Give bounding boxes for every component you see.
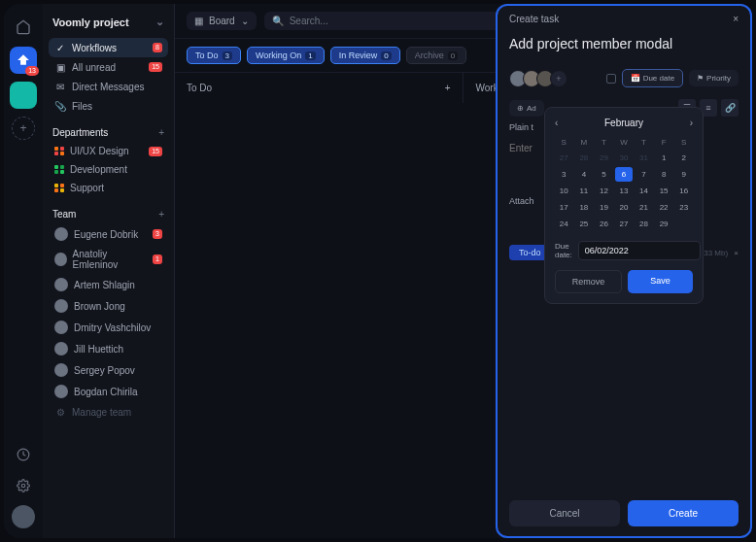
sidebar-unread[interactable]: ▣All unread15 (49, 57, 168, 77)
calendar-day[interactable]: 13 (615, 184, 634, 198)
team-member[interactable]: Brown Jong (49, 295, 168, 317)
calendar-day[interactable]: 26 (595, 217, 613, 231)
department-item[interactable]: Support (49, 179, 168, 197)
close-upload-icon[interactable]: × (734, 249, 739, 257)
file-icon: 📎 (54, 100, 66, 112)
calendar-day[interactable]: 18 (575, 200, 594, 215)
calendar-day[interactable]: 14 (635, 184, 653, 198)
calendar-day[interactable]: 1 (655, 151, 673, 165)
calendar-day[interactable]: 3 (555, 167, 573, 182)
avatar (54, 227, 68, 241)
home-icon[interactable] (12, 16, 35, 39)
workspace-app-1[interactable]: 13 (10, 47, 37, 74)
team-header: Team+ (49, 197, 168, 223)
calendar-day[interactable]: 11 (575, 184, 594, 198)
remove-date-button[interactable]: Remove (555, 270, 622, 293)
team-member[interactable]: Artem Shlagin (49, 274, 168, 295)
dow-label: S (555, 136, 573, 149)
sidebar-dm[interactable]: ✉Direct Messages (49, 77, 168, 96)
link-icon[interactable]: 🔗 (721, 99, 739, 117)
due-date-label: Due date: (555, 242, 572, 259)
calendar-day[interactable]: 10 (555, 184, 573, 198)
dow-label: F (655, 136, 673, 149)
department-item[interactable]: UI/UX Design15 (49, 142, 168, 160)
calendar-day[interactable]: 29 (595, 151, 613, 165)
due-date-checkbox[interactable] (606, 74, 616, 84)
calendar-day[interactable]: 24 (555, 217, 573, 231)
team-member[interactable]: Anatoliy Emleninov1 (49, 245, 168, 274)
filter-chip[interactable]: Archive0 (406, 47, 466, 64)
create-task-panel: Create task× Add project member modal + … (496, 4, 752, 538)
view-selector[interactable]: ▦Board⌄ (187, 12, 257, 30)
team-member[interactable]: Jill Huettich (49, 338, 168, 359)
column-header-todo: To Do+ (175, 73, 463, 103)
user-avatar[interactable] (12, 505, 35, 528)
avatar (54, 363, 68, 377)
calendar-day[interactable]: 28 (635, 217, 653, 231)
clock-icon[interactable] (12, 443, 35, 466)
prev-month-button[interactable]: ‹ (555, 118, 558, 128)
save-date-button[interactable]: Save (628, 270, 693, 293)
dept-icon (54, 165, 64, 175)
team-member[interactable]: Eugene Dobrik3 (49, 223, 168, 245)
task-title-input[interactable]: Add project member modal (498, 32, 750, 63)
due-date-button[interactable]: 📅Due date (622, 69, 683, 87)
team-member[interactable]: Dmitry Vashchilov (49, 317, 168, 338)
priority-button[interactable]: ⚑Priority (689, 70, 739, 86)
calendar-day[interactable]: 21 (635, 200, 653, 215)
cancel-button[interactable]: Cancel (509, 500, 620, 526)
sidebar-files[interactable]: 📎Files (49, 96, 168, 116)
add-workspace-button[interactable]: + (12, 117, 35, 140)
assignees: + (509, 70, 567, 87)
due-date-input[interactable] (578, 241, 701, 260)
calendar-day[interactable]: 5 (595, 167, 613, 182)
team-member[interactable]: Sergey Popov (49, 359, 168, 381)
filter-chip[interactable]: Working On1 (247, 47, 325, 64)
team-member[interactable]: Bogdan Chirila (49, 381, 168, 402)
check-icon: ✓ (54, 42, 66, 53)
settings-icon[interactable] (12, 474, 35, 497)
add-card-button[interactable]: + (445, 83, 451, 93)
calendar-day[interactable]: 15 (655, 184, 673, 198)
next-month-button[interactable]: › (690, 118, 693, 128)
add-assignee-button[interactable]: + (550, 70, 567, 87)
add-button[interactable]: ⊕Ad (509, 100, 544, 117)
manage-team[interactable]: ⚙Manage team (49, 402, 168, 422)
department-item[interactable]: Development (49, 160, 168, 179)
inbox-icon: ▣ (54, 61, 66, 73)
calendar-day[interactable]: 25 (575, 217, 594, 231)
avatar (54, 253, 67, 266)
workspace-badge: 13 (25, 66, 39, 76)
filter-chip[interactable]: In Review0 (330, 47, 400, 64)
calendar-day[interactable]: 7 (635, 167, 653, 182)
calendar-day[interactable]: 9 (674, 167, 693, 182)
calendar-day[interactable]: 22 (655, 200, 673, 215)
svg-point-1 (21, 484, 25, 488)
add-team-button[interactable]: + (158, 209, 164, 220)
sidebar-workflows[interactable]: ✓Workflows8 (49, 38, 168, 57)
add-department-button[interactable]: + (158, 127, 164, 138)
avatar (54, 385, 68, 398)
calendar-day[interactable]: 23 (674, 200, 693, 215)
calendar-day[interactable]: 19 (595, 200, 613, 215)
calendar-day[interactable]: 8 (655, 167, 673, 182)
calendar-day[interactable]: 20 (615, 200, 634, 215)
calendar-day[interactable]: 6 (615, 167, 634, 182)
calendar-day[interactable]: 28 (575, 151, 594, 165)
create-button[interactable]: Create (628, 500, 739, 526)
filter-chip[interactable]: To Do3 (187, 47, 241, 64)
close-icon[interactable]: × (733, 14, 739, 24)
calendar-day[interactable]: 27 (615, 217, 634, 231)
calendar-day[interactable]: 12 (595, 184, 613, 198)
calendar-day[interactable]: 27 (555, 151, 573, 165)
calendar-day[interactable]: 31 (635, 151, 653, 165)
calendar-day[interactable]: 4 (575, 167, 594, 182)
calendar-day[interactable]: 17 (555, 200, 573, 215)
calendar-day[interactable]: 16 (674, 184, 693, 198)
workspace-app-2[interactable] (10, 82, 37, 109)
panel-header-title: Create task (509, 14, 559, 24)
calendar-day[interactable]: 30 (615, 151, 634, 165)
calendar-day[interactable]: 2 (674, 151, 693, 165)
dept-icon (54, 184, 64, 193)
calendar-day[interactable]: 29 (655, 217, 673, 231)
